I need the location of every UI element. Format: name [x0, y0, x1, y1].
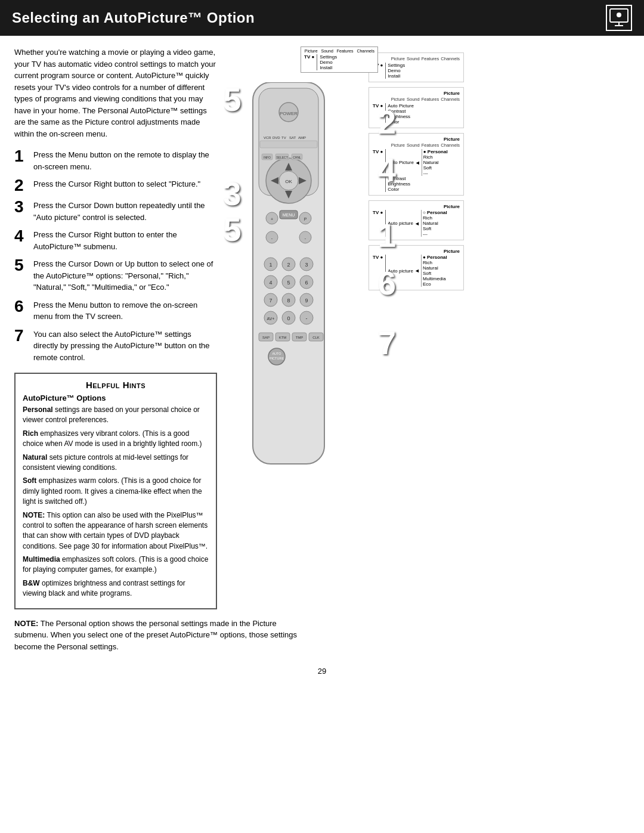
hints-label-note: NOTE:: [23, 511, 45, 519]
svg-text:POWER: POWER: [280, 111, 298, 116]
hints-label-personal: Personal: [23, 405, 53, 414]
d1-tv: TV ●: [304, 54, 314, 60]
svg-text:CLK: CLK: [312, 336, 320, 339]
step-2-text: Press the Cursor Right button to select …: [33, 177, 200, 190]
page-header: Selecting an AutoPicture™ Option: [0, 0, 644, 36]
hints-text-rich: emphasizes very vibrant colors. (This is…: [23, 429, 202, 448]
hints-label-soft: Soft: [23, 476, 36, 485]
svg-text:7: 7: [269, 298, 272, 304]
svg-text:TMP: TMP: [296, 336, 304, 339]
svg-text:-: -: [306, 315, 308, 321]
step-6-text: Press the Menu button to remove the on-s…: [33, 298, 217, 323]
step-2-number: 2: [14, 177, 27, 194]
bottom-note: NOTE: The Personal option shows the pers…: [14, 618, 312, 653]
step-7-text: You can also select the AutoPicture™ set…: [33, 327, 217, 364]
bottom-note-text: The Personal option shows the personal s…: [14, 619, 297, 651]
hints-item-natural: Natural sets picture controls at mid-lev…: [23, 453, 209, 473]
right-column: Picture Sound Features Channels TV ● Set…: [229, 47, 630, 609]
step-5: 5 Press the Cursor Down or Up button to …: [14, 257, 217, 293]
remote-wrapper: Picture Sound Features Channels TV ● Set…: [229, 47, 360, 609]
svg-text:SELECT: SELECT: [276, 156, 287, 159]
svg-text:AMP: AMP: [298, 136, 306, 140]
hints-text-soft: emphasizes warm colors. (This is a good …: [23, 476, 202, 506]
hints-text-natural: sets picture controls at mid-level setti…: [23, 453, 188, 472]
big-num-2: 2: [377, 106, 396, 139]
step-6: 6 Press the Menu button to remove the on…: [14, 298, 217, 323]
d2-pic: Picture: [373, 91, 460, 96]
svg-text:OK: OK: [285, 179, 292, 184]
step-2: 2 Press the Cursor Right button to selec…: [14, 177, 217, 194]
d2-hdr: Picture Sound Features Channels: [373, 97, 460, 102]
svg-text:2: 2: [287, 262, 290, 268]
step-4: 4 Press the Cursor Right button to enter…: [14, 228, 217, 252]
page-number: 29: [0, 661, 644, 682]
step-1-text: Press the Menu button on the remote to d…: [33, 148, 217, 172]
svg-text:9: 9: [305, 298, 308, 304]
d4-tv-label: TV ●: [373, 210, 383, 215]
header-icon: [606, 5, 632, 31]
svg-text:P: P: [304, 217, 307, 221]
big-num-3: 3: [223, 178, 242, 210]
bottom-section: NOTE: The Personal option shows the pers…: [0, 609, 644, 661]
svg-text:AUTO: AUTO: [272, 352, 281, 355]
hints-item-note: NOTE: This option can also be used with …: [23, 510, 209, 552]
hints-subtitle: AutoPicture™ Options: [23, 394, 209, 402]
steps-list: 1 Press the Menu button on the remote to…: [14, 148, 217, 363]
svg-text:6: 6: [305, 280, 308, 286]
hints-item-rich: Rich emphasizes very vibrant colors. (Th…: [23, 429, 209, 450]
big-num-7: 7: [377, 327, 396, 360]
step-7: 7 You can also select the AutoPicture™ s…: [14, 327, 217, 364]
top-menu-diagram: Picture Sound Features Channels TV ● Set…: [301, 47, 378, 73]
d1-hdr: Picture Sound Features Channels: [373, 56, 460, 61]
step-4-text: Press the Cursor Right button to enter t…: [33, 228, 217, 252]
step-5-number: 5: [14, 257, 27, 274]
hints-text-bw: optimizes brightness and contrast settin…: [23, 579, 185, 597]
step-3: 3 Press the Cursor Down button repeatedl…: [14, 199, 217, 223]
svg-text:CHNL: CHNL: [293, 156, 301, 159]
svg-text:1: 1: [269, 262, 272, 268]
big-num-4: 4: [377, 154, 396, 187]
svg-text:SAT: SAT: [289, 136, 296, 140]
intro-text: Whether you're watching a movie or playi…: [14, 47, 217, 140]
step-3-text: Press the Cursor Down button repeatedly …: [33, 199, 217, 223]
d1-body: TV ● Settings Demo Install: [304, 54, 374, 70]
step-1: 1 Press the Menu button on the remote to…: [14, 148, 217, 172]
big-num-5a: 5: [223, 83, 242, 116]
svg-text:PICTURE: PICTURE: [270, 357, 284, 360]
svg-text:3: 3: [305, 262, 308, 268]
hints-label-natural: Natural: [23, 453, 47, 462]
step-5-text: Press the Cursor Down or Up button to se…: [33, 257, 217, 293]
hints-item-bw: B&W optimizes brightness and contrast se…: [23, 578, 209, 599]
hints-item-personal: Personal settings are based on your pers…: [23, 405, 209, 426]
remote-svg: POWER VCR DVD TV SAT AMP: [229, 82, 348, 488]
hints-label-bw: B&W: [23, 579, 40, 587]
hints-title: Helpful Hints: [23, 380, 209, 390]
d1-header: Picture Sound Features Channels: [304, 49, 374, 53]
svg-text:MENU: MENU: [283, 213, 295, 217]
big-num-6: 6: [377, 267, 396, 300]
page: Selecting an AutoPicture™ Option Whether…: [0, 0, 644, 833]
hints-item-multimedia: Multimedia emphasizes soft colors. (This…: [23, 555, 209, 575]
svg-text:TV: TV: [281, 136, 286, 140]
step-1-number: 1: [14, 148, 27, 165]
d3-hdr: Picture Sound Features Channels: [373, 143, 460, 148]
hints-label-rich: Rich: [23, 429, 38, 438]
svg-text:DVD: DVD: [273, 136, 280, 140]
svg-text:8: 8: [287, 298, 290, 304]
big-num-5b: 5: [223, 213, 242, 246]
svg-text:INFO: INFO: [264, 156, 271, 159]
svg-text:VCR: VCR: [264, 136, 271, 140]
step-3-number: 3: [14, 199, 27, 215]
diagram-1: Picture Sound Features Channels TV ● Set…: [369, 52, 464, 82]
hints-text-note: This option can also be used with the Pi…: [23, 511, 208, 550]
svg-text:4: 4: [269, 280, 272, 286]
d5-tv-label: TV ●: [373, 255, 383, 260]
page-title: Selecting an AutoPicture™ Option: [12, 10, 255, 26]
svg-point-3: [617, 13, 621, 17]
step-7-number: 7: [14, 327, 27, 344]
d4-pic: Picture: [373, 204, 460, 209]
big-num-1: 1: [377, 219, 396, 252]
hints-box: Helpful Hints AutoPicture™ Options Perso…: [14, 373, 217, 609]
svg-text:KTM: KTM: [279, 336, 287, 339]
svg-rect-13: [260, 141, 317, 148]
